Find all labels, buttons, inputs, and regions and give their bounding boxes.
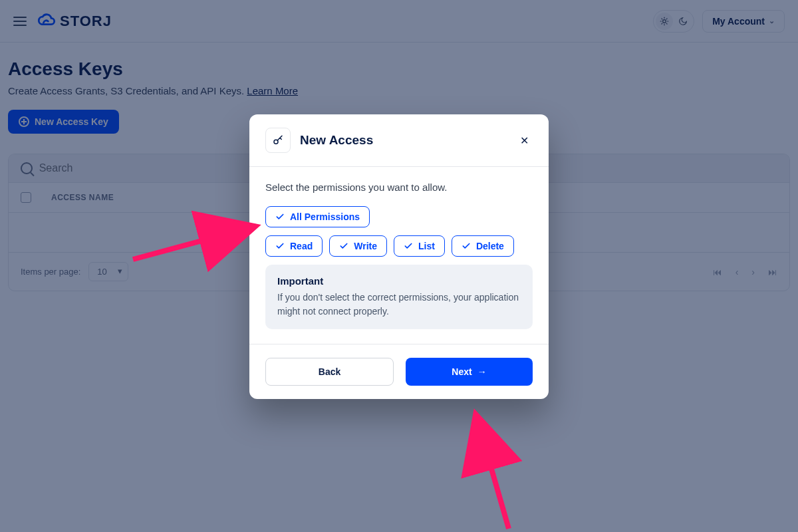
svg-line-11 [475, 414, 509, 529]
close-icon[interactable]: ✕ [516, 132, 533, 150]
arrow-right-icon: → [477, 366, 487, 377]
key-icon [265, 128, 291, 153]
permission-chip-list[interactable]: List [394, 235, 445, 257]
info-text: If you don't select the correct permissi… [277, 291, 521, 319]
modal-body: Select the permissions you want to allow… [249, 167, 549, 344]
modal-footer: Back Next → [249, 344, 549, 399]
check-icon [275, 212, 285, 221]
info-box: Important If you don't select the correc… [265, 265, 533, 329]
svg-line-10 [133, 226, 256, 259]
modal-overlay[interactable]: New Access ✕ Select the permissions you … [0, 0, 798, 532]
check-icon [339, 241, 348, 251]
modal-title: New Access [300, 133, 373, 148]
permission-chip-read[interactable]: Read [265, 235, 323, 257]
check-icon [462, 241, 471, 251]
new-access-modal: New Access ✕ Select the permissions you … [249, 114, 549, 399]
permission-chip-write[interactable]: Write [329, 235, 387, 257]
next-button[interactable]: Next → [406, 358, 533, 386]
annotation-arrow-next [466, 406, 545, 532]
permission-chip-delete[interactable]: Delete [452, 235, 514, 257]
modal-header: New Access ✕ [249, 114, 549, 167]
check-icon [404, 241, 413, 251]
modal-prompt: Select the permissions you want to allow… [265, 182, 533, 193]
info-title: Important [277, 275, 521, 287]
back-button[interactable]: Back [265, 358, 394, 386]
check-icon [275, 241, 285, 251]
permission-chip-all[interactable]: All Permissions [265, 206, 370, 227]
